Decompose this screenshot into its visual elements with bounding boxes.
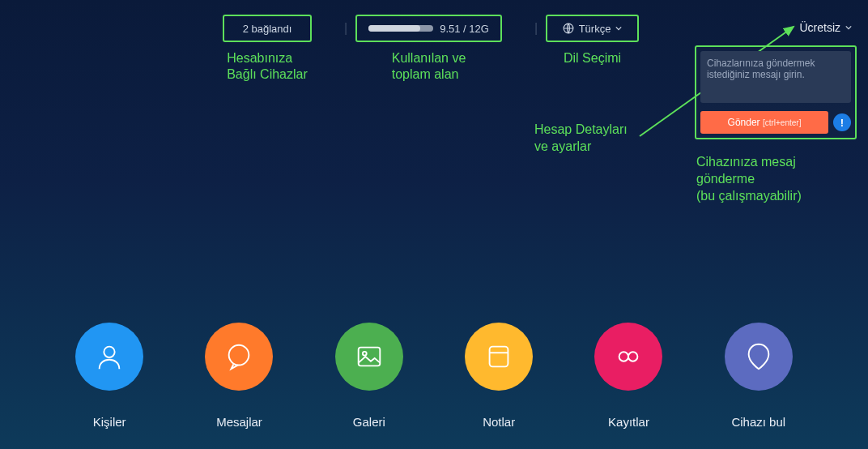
app-circle: [594, 323, 662, 391]
message-actions: Gönder [ctrl+enter] !: [700, 111, 851, 134]
app-pin[interactable]: Cihazı bul: [725, 323, 793, 429]
info-icon: !: [840, 117, 844, 129]
send-hint: [ctrl+enter]: [763, 118, 802, 127]
account-dropdown[interactable]: Ücretsiz: [799, 15, 852, 34]
annotation-connected: Hesabınıza Bağlı Cihazlar: [227, 50, 308, 83]
globe-icon: [563, 23, 574, 34]
image-icon: [354, 341, 385, 372]
app-label: Kişiler: [93, 415, 126, 429]
annotation-language: Dil Seçimi: [564, 50, 621, 66]
storage-fill: [368, 25, 420, 32]
app-image[interactable]: Galeri: [335, 323, 403, 429]
storage-indicator[interactable]: 9.51 / 12G: [355, 15, 502, 42]
person-icon: [94, 341, 125, 372]
app-label: Cihazı bul: [731, 415, 785, 429]
divider: |: [534, 15, 538, 36]
app-person[interactable]: Kişiler: [75, 323, 143, 429]
send-button[interactable]: Gönder [ctrl+enter]: [700, 111, 828, 134]
info-button[interactable]: !: [833, 113, 851, 131]
app-label: Galeri: [353, 415, 385, 429]
message-panel: Gönder [ctrl+enter] !: [695, 45, 857, 139]
app-grid: Kişiler Mesajlar Galeri Notlar Kayıtlar …: [0, 323, 868, 429]
account-label: Ücretsiz: [799, 21, 840, 34]
message-input[interactable]: [700, 51, 851, 103]
app-label: Kayıtlar: [608, 415, 649, 429]
storage-bar: [368, 25, 433, 32]
app-circle: [465, 323, 533, 391]
app-circle: [725, 323, 793, 391]
app-record[interactable]: Kayıtlar: [594, 323, 662, 429]
connected-section: 2 bağlandı Hesabınıza Bağlı Cihazlar: [223, 15, 312, 83]
chat-icon: [223, 341, 254, 372]
chevron-down-icon: [615, 25, 622, 32]
language-selector[interactable]: Türkçe: [546, 15, 639, 42]
pin-icon: [743, 341, 774, 372]
app-label: Notlar: [483, 415, 515, 429]
chevron-down-icon: [845, 24, 852, 31]
note-icon: [483, 341, 514, 372]
app-circle: [75, 323, 143, 391]
divider: |: [344, 15, 347, 36]
send-label: Gönder: [728, 117, 760, 128]
connected-devices[interactable]: 2 bağlandı: [223, 15, 312, 42]
connected-text: 2 bağlandı: [243, 23, 292, 35]
storage-text: 9.51 / 12G: [440, 23, 489, 35]
app-label: Mesajlar: [216, 415, 262, 429]
annotation-storage: Kullanılan ve toplam alan: [392, 50, 466, 83]
annotation-account: Hesap Detayları ve ayarlar: [534, 122, 628, 156]
app-circle: [205, 323, 273, 391]
storage-section: 9.51 / 12G Kullanılan ve toplam alan: [355, 15, 502, 83]
language-label: Türkçe: [579, 23, 611, 35]
app-note[interactable]: Notlar: [465, 323, 533, 429]
language-section: Türkçe Dil Seçimi: [546, 15, 639, 66]
app-circle: [335, 323, 403, 391]
annotation-message: Cihazınıza mesaj gönderme (bu çalışmayab…: [696, 154, 802, 204]
record-icon: [613, 341, 644, 372]
app-chat[interactable]: Mesajlar: [205, 323, 273, 429]
